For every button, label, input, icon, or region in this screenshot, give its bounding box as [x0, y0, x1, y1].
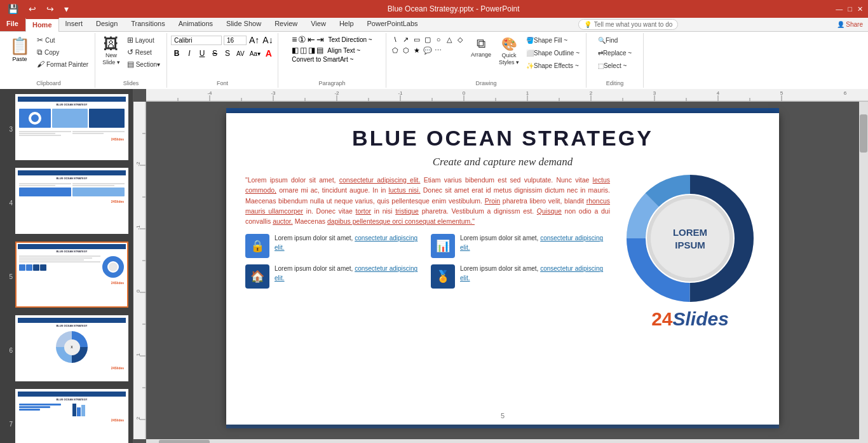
slide-item-5[interactable]: 5 BLUE OCEAN STRATEGY [3, 242, 130, 311]
shape-star[interactable]: ★ [412, 45, 422, 55]
undo-icon[interactable]: ↩ [26, 3, 39, 15]
slide-item-7[interactable]: 7 BLUE OCEAN STRATEGY [3, 389, 130, 443]
tab-animations[interactable]: Animations [172, 18, 220, 31]
vertical-scrollbar[interactable] [859, 102, 868, 439]
slide-right-col: LOREMIPSUM 24Slides [620, 175, 760, 330]
new-slide-button[interactable]: 🖼 New Slide ▾ [99, 34, 123, 67]
thumb-img-5: BLUE OCEAN STRATEGY [18, 244, 126, 305]
shape-rect[interactable]: ▭ [412, 34, 422, 44]
shape-circle[interactable]: ○ [433, 34, 444, 44]
save-icon[interactable]: 💾 [5, 3, 21, 15]
slide-thumb-7[interactable]: BLUE OCEAN STRATEGY 24Slid [15, 389, 128, 443]
italic-button[interactable]: I [184, 48, 195, 59]
font-row1: Calibri 16 A↑ A↓ [171, 34, 274, 46]
hscroll-thumb[interactable] [159, 440, 210, 443]
slide-canvas[interactable]: BLUE OCEAN STRATEGY Create and capture n… [226, 113, 779, 425]
align-left-button[interactable]: ◧ [292, 46, 299, 55]
replace-button[interactable]: ⇄ Replace ~ [595, 47, 634, 58]
tell-me-box[interactable]: 💡 Tell me what you want to do [578, 19, 678, 30]
file-title: Blue Ocean Strategy.pptx - PowerPoint [388, 4, 520, 13]
slide-item-6[interactable]: 6 BLUE OCEAN STRATEGY X 24S [3, 315, 130, 385]
layout-button[interactable]: ⊞ Layout [125, 34, 163, 46]
tab-file[interactable]: File [0, 18, 25, 31]
slide-thumb-3[interactable]: BLUE OCEAN STRATEGY 24Slides [15, 94, 128, 160]
decrease-font-button[interactable]: A↓ [262, 34, 273, 46]
shape-callout[interactable]: 💬 [423, 45, 433, 55]
maximize-icon[interactable]: □ [848, 5, 852, 13]
shadow-button[interactable]: S [222, 48, 233, 59]
tab-powerpointlabs[interactable]: PowerPointLabs [361, 18, 425, 31]
close-icon[interactable]: ✕ [857, 5, 863, 13]
shape-more[interactable]: ⋯ [433, 45, 444, 55]
copy-button[interactable]: ⧉ Copy [34, 46, 91, 58]
slide-item-4[interactable]: 4 BLUE OCEAN STRATEGY [3, 168, 130, 238]
shape-rounded-rect[interactable]: ▢ [423, 34, 433, 44]
shape-effects-button[interactable]: ✨ Shape Effects ~ [524, 60, 582, 71]
convert-smartart-button[interactable]: Convert to SmartArt ~ [292, 56, 353, 63]
font-family-dropdown[interactable]: Calibri [171, 36, 222, 45]
arrange-button[interactable]: ⧉ Arrange [468, 34, 494, 60]
minimize-icon[interactable]: — [836, 5, 843, 13]
slide-panel[interactable]: 3 BLUE OCEAN STRATEGY [0, 89, 133, 443]
font-color-button[interactable]: A [264, 47, 274, 60]
icon-box-2: 📊 [431, 234, 455, 258]
shape-fill-button[interactable]: 🪣 Shape Fill ~ [524, 34, 582, 46]
layout-icon: ⊞ [127, 36, 133, 44]
svg-text:4: 4 [717, 90, 720, 96]
reset-button[interactable]: ↺ Reset [125, 46, 163, 58]
shape-pentagon[interactable]: ⬠ [390, 45, 400, 55]
align-right-button[interactable]: ◨ [308, 46, 315, 55]
tab-insert[interactable]: Insert [59, 18, 90, 31]
slide-thumb-5[interactable]: BLUE OCEAN STRATEGY [15, 242, 128, 308]
tab-review[interactable]: Review [268, 18, 304, 31]
tab-view[interactable]: View [304, 18, 333, 31]
redo-icon[interactable]: ↪ [44, 3, 57, 15]
quick-styles-button[interactable]: 🎨 Quick Styles ▾ [496, 34, 522, 67]
text-direction-button[interactable]: Text Direction ~ [328, 36, 372, 43]
decrease-indent-button[interactable]: ⇤ [308, 34, 315, 44]
shape-hexagon[interactable]: ⬡ [401, 45, 411, 55]
char-spacing-button[interactable]: AV [234, 49, 247, 58]
change-case-button[interactable]: Aa▾ [248, 49, 262, 58]
format-painter-button[interactable]: 🖌 Format Painter [34, 58, 91, 70]
slide-viewport[interactable]: BLUE OCEAN STRATEGY Create and capture n… [146, 102, 859, 439]
section-button[interactable]: ▤ Section ▾ [125, 58, 163, 70]
increase-indent-button[interactable]: ⇥ [316, 34, 324, 44]
tab-help[interactable]: Help [333, 18, 361, 31]
bullet-list-button[interactable]: ≡ [292, 34, 297, 44]
tab-home[interactable]: Home [25, 18, 59, 32]
number-list-button[interactable]: ① [298, 34, 306, 44]
shape-triangle[interactable]: △ [444, 34, 454, 44]
shape-outline-button[interactable]: ⬜ Shape Outline ~ [524, 47, 582, 58]
qat-dropdown-icon[interactable]: ▾ [62, 3, 71, 15]
align-center-button[interactable]: ◫ [300, 46, 307, 55]
slide-thumb-6[interactable]: BLUE OCEAN STRATEGY X 24Slides [15, 315, 128, 381]
underline-button[interactable]: U [196, 48, 208, 59]
share-button[interactable]: 👤 Share [832, 18, 868, 31]
select-button[interactable]: ⬚ Select ~ [595, 60, 629, 71]
paste-button[interactable]: 📋 Paste [6, 34, 33, 64]
tab-design[interactable]: Design [90, 18, 125, 31]
select-icon: ⬚ [598, 62, 604, 69]
slide-number-7: 7 [3, 421, 13, 428]
align-text-button[interactable]: Align Text ~ [327, 47, 360, 54]
thumb-img-6: BLUE OCEAN STRATEGY X 24Slides [18, 318, 126, 379]
slide-item-3[interactable]: 3 BLUE OCEAN STRATEGY [3, 94, 130, 164]
horizontal-scrollbar[interactable] [146, 439, 868, 443]
bold-button[interactable]: B [171, 48, 182, 59]
slide-thumb-4[interactable]: BLUE OCEAN STRATEGY 24Slides [15, 168, 128, 234]
shape-line[interactable]: \ [390, 34, 400, 44]
icon-text-4: Lorem ipsum dolor sit amet, consectetur … [460, 264, 610, 283]
font-size-dropdown[interactable]: 16 [224, 36, 247, 45]
strikethrough-button[interactable]: S [209, 48, 220, 59]
find-button[interactable]: 🔍 Find [595, 34, 620, 46]
increase-font-button[interactable]: A↑ [248, 34, 260, 46]
cut-button[interactable]: ✂ Cut [34, 34, 91, 46]
shape-diamond[interactable]: ◇ [455, 34, 465, 44]
justify-button[interactable]: ▤ [316, 46, 323, 55]
vscroll-thumb[interactable] [860, 114, 867, 153]
ribbon-group-editing: 🔍 Find ⇄ Replace ~ ⬚ Select ~ Editing [587, 33, 644, 88]
tab-slideshow[interactable]: Slide Show [220, 18, 268, 31]
shape-arrow[interactable]: ↗ [401, 34, 411, 44]
tab-transitions[interactable]: Transitions [125, 18, 172, 31]
